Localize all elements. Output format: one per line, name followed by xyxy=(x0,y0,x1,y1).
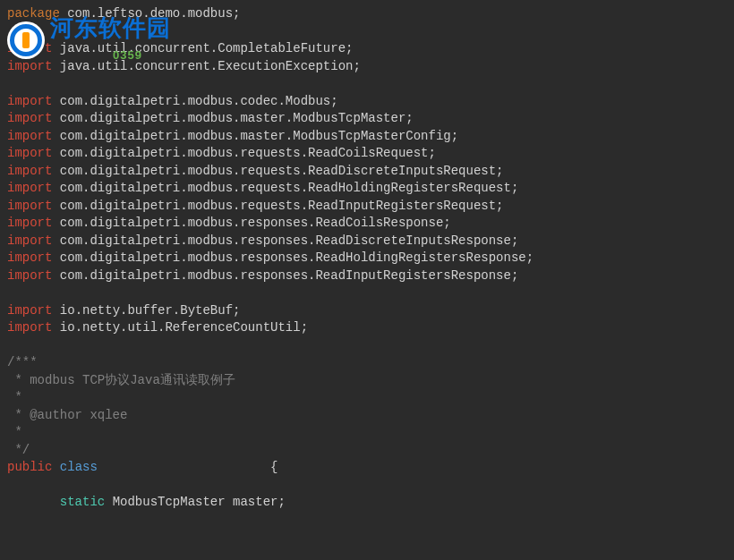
code-token xyxy=(98,460,270,474)
code-viewer: package com.leftso.demo.modbus; import j… xyxy=(0,0,734,517)
code-token: com.digitalpetri.modbus.requests.ReadHol… xyxy=(52,181,518,195)
code-line: static ModbusTcpMaster master; xyxy=(7,494,727,512)
code-token: import xyxy=(7,94,52,108)
code-token: java.util.concurrent.CompletableFuture; xyxy=(52,41,353,55)
watermark-logo-icon xyxy=(7,21,45,59)
code-line: /*** xyxy=(7,354,727,372)
code-token: com.digitalpetri.modbus.requests.ReadDis… xyxy=(52,164,503,178)
watermark-title: 河东软件园 xyxy=(50,20,171,38)
code-line: import com.digitalpetri.modbus.responses… xyxy=(7,215,727,233)
code-token: class xyxy=(60,460,98,474)
code-token: public xyxy=(7,460,52,474)
code-line: import com.digitalpetri.modbus.requests.… xyxy=(7,198,727,216)
code-token: * xyxy=(7,390,22,404)
code-line xyxy=(7,75,727,93)
code-line: import com.digitalpetri.modbus.responses… xyxy=(7,250,727,267)
code-token: import xyxy=(7,146,52,160)
code-token: com.digitalpetri.modbus.codec.Modbus; xyxy=(52,94,337,108)
code-token: import xyxy=(7,129,52,143)
code-token: com.digitalpetri.modbus.master.ModbusTcp… xyxy=(52,111,413,125)
code-token: com.digitalpetri.modbus.requests.ReadCoi… xyxy=(52,146,435,160)
code-token: com.digitalpetri.modbus.requests.ReadInp… xyxy=(52,199,503,213)
code-line: import com.digitalpetri.modbus.responses… xyxy=(7,267,727,285)
code-token: * xyxy=(7,425,22,439)
code-token: import xyxy=(7,216,52,230)
code-line: import io.netty.util.ReferenceCountUtil; xyxy=(7,319,727,337)
code-token: import xyxy=(7,59,52,73)
code-token: import xyxy=(7,320,52,335)
code-token: com.digitalpetri.modbus.master.ModbusTcp… xyxy=(52,129,458,143)
code-token: com.digitalpetri.modbus.responses.ReadHo… xyxy=(52,250,533,265)
code-line: import com.digitalpetri.modbus.master.Mo… xyxy=(7,110,727,128)
code-line: * @author xqlee xyxy=(7,407,727,425)
code-line xyxy=(7,477,727,495)
code-line xyxy=(7,337,727,355)
code-token: io.netty.util.ReferenceCountUtil; xyxy=(52,320,308,335)
code-token: import xyxy=(7,268,52,283)
code-token: import xyxy=(7,233,52,248)
code-token xyxy=(52,460,59,474)
code-line: import com.digitalpetri.modbus.requests.… xyxy=(7,163,727,181)
code-token: com.digitalpetri.modbus.responses.ReadDi… xyxy=(52,233,518,248)
code-line: * modbus TCP协议Java通讯读取例子 xyxy=(7,372,727,390)
code-token xyxy=(7,495,60,509)
code-line: import com.digitalpetri.modbus.requests.… xyxy=(7,180,727,198)
code-token: import xyxy=(7,250,52,265)
code-line: import io.netty.buffer.ByteBuf; xyxy=(7,302,727,320)
code-line: import com.digitalpetri.modbus.requests.… xyxy=(7,145,727,163)
code-token: io.netty.buffer.ByteBuf; xyxy=(52,303,240,318)
code-token: { xyxy=(270,460,277,474)
code-token: com.digitalpetri.modbus.responses.ReadCo… xyxy=(52,216,450,230)
code-token: * modbus TCP协议Java通讯读取例子 xyxy=(7,373,235,387)
code-token: import xyxy=(7,181,52,195)
code-token: ModbusTcpMaster master; xyxy=(105,495,286,509)
code-line: public class { xyxy=(7,459,727,477)
code-line: */ xyxy=(7,442,727,460)
code-token: */ xyxy=(7,443,30,457)
code-line: * xyxy=(7,389,727,407)
code-token: * @author xqlee xyxy=(7,408,127,422)
code-line: import com.digitalpetri.modbus.codec.Mod… xyxy=(7,93,727,111)
code-line xyxy=(7,284,727,302)
code-token: com.digitalpetri.modbus.responses.ReadIn… xyxy=(52,268,518,283)
code-line: import com.digitalpetri.modbus.responses… xyxy=(7,233,727,250)
code-token: /*** xyxy=(7,355,38,369)
code-token: import xyxy=(7,303,52,318)
code-token: import xyxy=(7,164,52,178)
code-token: import xyxy=(7,111,52,125)
code-line: * xyxy=(7,424,727,442)
code-token: static xyxy=(60,495,105,509)
code-token: java.util.concurrent.ExecutionException; xyxy=(52,59,360,73)
code-line: import com.digitalpetri.modbus.master.Mo… xyxy=(7,128,727,146)
code-token: import xyxy=(7,199,52,213)
watermark-subtitle: 0359 xyxy=(113,47,142,64)
